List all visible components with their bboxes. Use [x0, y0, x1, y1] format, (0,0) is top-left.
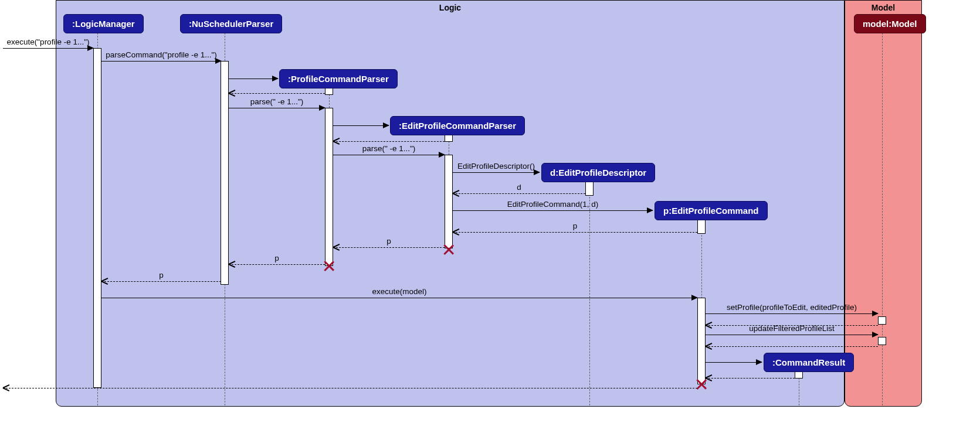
- edit-profile-command-parser-activation-2: [445, 155, 453, 248]
- edit-profile-descriptor-activation: [585, 180, 594, 196]
- msg-edit-profile-descriptor: EditProfileDescriptor(): [453, 164, 540, 176]
- msg-return-p-3: p: [229, 256, 325, 268]
- logic-manager-activation: [93, 48, 101, 388]
- msg-create-command-result: [706, 354, 762, 366]
- msg-create-profile-command-parser: [229, 70, 278, 82]
- nuscheduler-activation: [221, 61, 229, 285]
- edit-profile-command-activation-1: [697, 219, 706, 234]
- msg-parse-1: parse(" -e 1..."): [229, 100, 325, 111]
- msg-return-p-4: p: [101, 273, 221, 285]
- model-obj-line: [882, 33, 883, 405]
- msg-final-return: [3, 380, 697, 391]
- profile-command-parser-head: :ProfileCommandParser: [279, 69, 398, 88]
- model-activation-1: [878, 316, 886, 325]
- msg-return-update-filtered: [706, 338, 878, 350]
- nuscheduler-parser-head: :NuSchedulerParser: [180, 14, 282, 33]
- profile-command-parser-activation-2: [325, 108, 333, 266]
- msg-return-p-1: p: [453, 224, 697, 236]
- msg-execute-model: execute(model): [101, 289, 697, 301]
- msg-update-filtered-profile-list: updateFilteredProfileList: [706, 326, 878, 338]
- msg-set-profile: setProfile(profileToEdit, editedProfile): [706, 305, 878, 317]
- msg-edit-profile-command: EditProfileCommand(1, d): [453, 202, 653, 214]
- msg-return-d: d: [453, 185, 585, 197]
- edit-profile-descriptor-head: d:EditProfileDescriptor: [541, 163, 655, 182]
- logic-label: Logic: [56, 1, 844, 15]
- model-obj-head: model:Model: [854, 14, 926, 33]
- edit-profile-command-parser-head: :EditProfileCommandParser: [390, 116, 525, 135]
- model-label: Model: [845, 1, 921, 15]
- msg-parse-2: parse(" -e 1..."): [333, 146, 445, 158]
- msg-create-edit-profile-command-parser: [333, 117, 389, 129]
- edit-profile-command-head: p:EditProfileCommand: [655, 201, 768, 220]
- command-result-head: :CommandResult: [764, 353, 854, 372]
- msg-execute-profile: execute("profile -e 1..."): [3, 40, 93, 52]
- logic-manager-head: :LogicManager: [63, 14, 144, 33]
- edit-profile-command-activation-2: [697, 298, 706, 384]
- model-activation-2: [878, 337, 886, 345]
- msg-return-p-2: p: [333, 239, 445, 251]
- msg-parse-command: parseCommand("profile -e 1..."): [101, 53, 221, 64]
